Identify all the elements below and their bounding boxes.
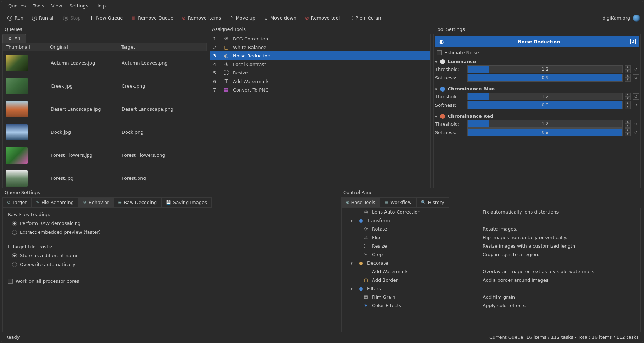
qs-tab[interactable]: ✎File Renaming — [31, 197, 78, 208]
table-row[interactable]: Forest Flowers.jpgForest Flowers.png — [3, 144, 207, 167]
assigned-tools-title: Assigned Tools — [210, 25, 431, 34]
qs-tab[interactable]: ⚙Behavior — [78, 197, 114, 208]
param-row: Threshold:1,2▲▼↺ — [435, 92, 639, 101]
spin-buttons[interactable]: ▲▼ — [625, 101, 631, 109]
tree-category[interactable]: ●Decorate — [342, 259, 640, 267]
tree-item[interactable]: ▢Add BorderAdd a border around images — [342, 276, 640, 284]
tree-item[interactable]: ◎Lens Auto-CorrectionFix automatically l… — [342, 208, 640, 216]
param-slider[interactable]: 1,2 — [467, 93, 623, 100]
assigned-tool-row[interactable]: 1☀BCG Correction — [210, 34, 430, 43]
table-row[interactable]: Dock.jpgDock.png — [3, 121, 207, 144]
assigned-tools-list: 1☀BCG Correction2▢White Balance3◐Noise R… — [210, 34, 431, 188]
demosaic-radio[interactable]: Perform RAW demosaicing — [8, 221, 333, 226]
tree-item[interactable]: ✱Color EffectsApply color effects — [342, 301, 640, 310]
table-row[interactable]: Creek.jpgCreek.png — [3, 74, 207, 98]
move-down-button[interactable]: Move down — [260, 13, 300, 23]
cores-checkbox[interactable]: Work on all processor cores — [8, 278, 333, 284]
tree-category[interactable]: ●Filters — [342, 284, 640, 293]
menu-queues[interactable]: Queues — [5, 2, 29, 10]
thumbnail — [6, 55, 28, 71]
cp-tab[interactable]: 🔍History — [416, 197, 449, 208]
reset-icon[interactable]: ↺ — [633, 102, 639, 108]
menu-view[interactable]: View — [48, 2, 66, 10]
spin-buttons[interactable]: ▲▼ — [625, 93, 631, 100]
store-radio[interactable]: Store as a different name — [8, 253, 333, 258]
qs-tab[interactable]: 💾Saving Images — [161, 197, 212, 208]
tree-item[interactable]: TAdd WatermarkOverlay an image or text a… — [342, 267, 640, 276]
extract-radio[interactable]: Extract embedded preview (faster) — [8, 229, 333, 235]
play-icon — [7, 16, 12, 21]
cp-tab[interactable]: ▤Workflow — [380, 197, 416, 208]
tab-icon: ▤ — [384, 200, 388, 205]
tree-item[interactable]: ✂CropCrop images to a region. — [342, 250, 640, 259]
section-header[interactable]: Chrominance Blue — [435, 85, 639, 92]
status-left: Ready — [5, 334, 20, 340]
param-row: Threshold:1,2▲▼↺ — [435, 65, 639, 73]
assigned-tool-row[interactable]: 6TAdd Watermark — [210, 77, 430, 85]
new-queue-button[interactable]: New Queue — [86, 12, 127, 23]
fullscreen-button[interactable]: Plein écran — [345, 13, 384, 23]
run-all-button[interactable]: Run all — [28, 13, 58, 23]
item-icon: ✂ — [363, 252, 369, 257]
assigned-tool-row[interactable]: 7▦Convert To PNG — [210, 85, 430, 94]
col-thumbnail[interactable]: Thumbnail — [3, 43, 47, 51]
tree-item[interactable]: ▦Film GrainAdd film grain — [342, 293, 640, 301]
cp-tab[interactable]: ◉Base Tools — [341, 197, 380, 208]
queue-tab-1[interactable]: #1 — [2, 34, 26, 43]
qs-tab[interactable]: ⊙Target — [2, 197, 31, 208]
spin-buttons[interactable]: ▲▼ — [625, 65, 631, 73]
tab-icon: ◉ — [118, 200, 122, 205]
spin-buttons[interactable]: ▲▼ — [625, 74, 631, 82]
tree-item[interactable]: ⛶ResizeResize images with a customized l… — [342, 242, 640, 250]
reset-icon[interactable]: ↺ — [633, 129, 639, 135]
menu-tools[interactable]: Tools — [29, 2, 48, 10]
remove-items-button[interactable]: ⊘Remove items — [178, 13, 224, 23]
original-cell: Creek.jpg — [47, 83, 118, 89]
remove-queue-button[interactable]: Remove Queue — [128, 13, 177, 23]
reset-icon[interactable]: ↺ — [633, 66, 639, 72]
overwrite-radio[interactable]: Overwrite automatically — [8, 262, 333, 267]
param-slider[interactable]: 0,9 — [467, 101, 623, 109]
tab-icon: ⚙ — [83, 200, 87, 205]
param-slider[interactable]: 0,9 — [467, 128, 623, 136]
spin-buttons[interactable]: ▲▼ — [625, 128, 631, 136]
assigned-tool-row[interactable]: 5⛶Resize — [210, 68, 430, 77]
assigned-tool-row[interactable]: 4☀Local Contrast — [210, 60, 430, 68]
tool-name: Add Watermark — [233, 79, 269, 84]
param-slider[interactable]: 1,2 — [467, 120, 623, 128]
move-up-button[interactable]: Move up — [226, 13, 259, 23]
qs-tab[interactable]: ◉Raw Decoding — [114, 197, 162, 208]
param-slider[interactable]: 0,9 — [467, 74, 623, 82]
menubar: Queues Tools View Settings Help — [1, 1, 643, 11]
section-header[interactable]: Luminance — [435, 58, 639, 65]
spin-buttons[interactable]: ▲▼ — [625, 120, 631, 128]
item-icon: ● — [358, 260, 364, 266]
menu-settings[interactable]: Settings — [66, 2, 91, 10]
tab-icon: ✎ — [36, 200, 39, 205]
menu-help[interactable]: Help — [92, 2, 110, 10]
reset-icon[interactable]: ↺ — [633, 74, 639, 81]
param-row: Softness:0,9▲▼↺ — [435, 128, 639, 137]
tree-category[interactable]: ●Transform — [342, 216, 640, 225]
col-original[interactable]: Original — [47, 43, 118, 51]
tree-item[interactable]: ⇄FlipFlip images horizontally or vertica… — [342, 233, 640, 242]
item-icon: ⇄ — [363, 235, 369, 240]
table-row[interactable]: Forest.jpgForest.png — [3, 167, 207, 188]
param-slider[interactable]: 1,2 — [467, 65, 623, 73]
original-cell: Forest.jpg — [47, 176, 118, 181]
original-cell: Forest Flowers.jpg — [47, 153, 118, 158]
assigned-tool-row[interactable]: 2▢White Balance — [210, 43, 430, 51]
table-row[interactable]: Autumn Leaves.jpgAutumn Leaves.png — [3, 51, 207, 74]
remove-tool-button[interactable]: ⊘Remove tool — [301, 13, 343, 23]
reset-icon[interactable]: ↺ — [633, 121, 639, 127]
estimate-noise-checkbox[interactable]: Estimate Noise — [435, 49, 639, 56]
col-target[interactable]: Target — [118, 43, 207, 51]
run-button[interactable]: Run — [4, 13, 27, 23]
statusbar: Ready Current Queue: 16 items / 112 task… — [1, 332, 643, 342]
table-row[interactable]: Desert Landscape.jpgDesert Landscape.png — [3, 98, 207, 121]
assigned-tool-row[interactable]: 3◐Noise Reduction — [210, 51, 430, 60]
reset-all-icon[interactable]: ↺ — [630, 39, 636, 44]
reset-icon[interactable]: ↺ — [633, 93, 639, 100]
section-header[interactable]: Chrominance Red — [435, 113, 639, 120]
tree-item[interactable]: ⟳RotateRotate images. — [342, 225, 640, 233]
